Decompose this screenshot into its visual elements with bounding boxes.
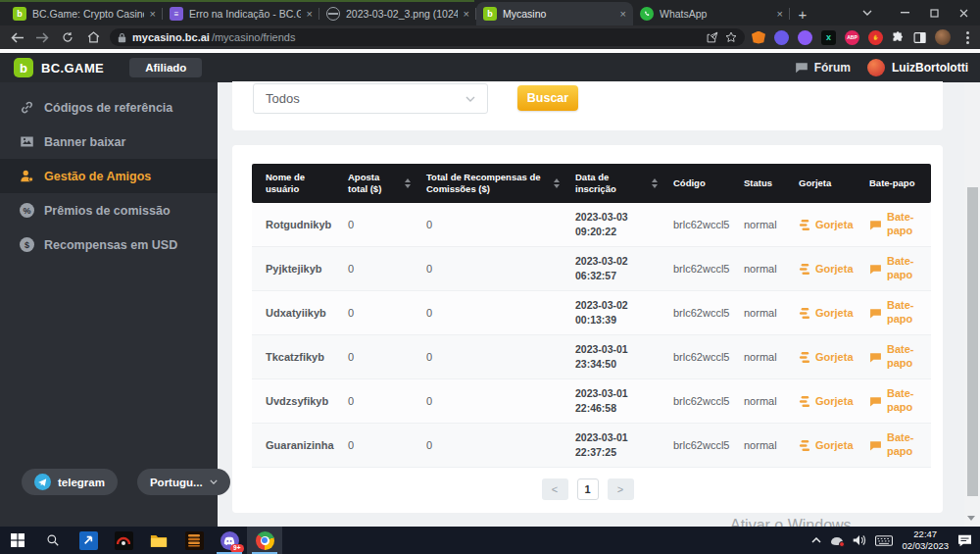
table-row: Pyjktejikyb 0 0 2023-03-0206:32:57 brlc6…: [252, 247, 931, 291]
chat-link[interactable]: Bate-papo: [869, 431, 931, 459]
cell-username: Guaranizinha: [252, 439, 338, 451]
window-maximize-button[interactable]: [919, 0, 949, 25]
header-username[interactable]: LuizBortolotti: [892, 61, 968, 75]
tab-close-icon[interactable]: ×: [307, 8, 313, 20]
forum-chat-icon: [795, 62, 808, 74]
chat-bubble-icon: [869, 440, 882, 451]
tab-erro-indicacao[interactable]: ≡ Erro na Indicação - BC.Game ×: [163, 2, 319, 25]
taskbar-search-button[interactable]: [35, 527, 71, 554]
telegram-icon: [34, 474, 51, 490]
taskbar-file-explorer[interactable]: [141, 527, 176, 554]
next-page-button[interactable]: >: [608, 478, 634, 500]
chat-link[interactable]: Bate-papo: [869, 211, 931, 238]
bcgame-logo-icon[interactable]: b: [14, 58, 33, 77]
taskbar-app-remote[interactable]: [71, 527, 106, 554]
sidebar-item-commission-prizes[interactable]: % Prêmios de comissão: [0, 193, 218, 227]
metamask-icon[interactable]: [752, 31, 765, 44]
x-extension-icon[interactable]: x: [821, 30, 836, 45]
chrome-menu-icon[interactable]: [955, 27, 980, 47]
cell-rewards: 0: [416, 439, 548, 451]
forward-icon[interactable]: [29, 27, 55, 47]
scrollbar-track[interactable]: [964, 82, 980, 527]
affiliate-badge[interactable]: Afiliado: [129, 58, 202, 77]
share-icon[interactable]: [707, 31, 719, 43]
telegram-button[interactable]: telegram: [22, 469, 118, 495]
tab-search-chevron-icon[interactable]: [853, 0, 882, 25]
adblock-plus-icon[interactable]: ABP: [845, 30, 859, 45]
start-button[interactable]: [0, 527, 35, 554]
tab-bcgame-casino[interactable]: b BC.Game: Crypto Casino Gan ×: [6, 2, 163, 25]
cell-bet: 0: [338, 395, 399, 407]
browser-tab-strip: b BC.Game: Crypto Casino Gan × ≡ Erro na…: [0, 0, 980, 25]
user-avatar[interactable]: [867, 59, 885, 76]
sidebar-item-usd-rewards[interactable]: $ Recompensas em USD: [0, 227, 218, 262]
tip-link[interactable]: Gorjeta: [799, 263, 859, 275]
back-icon[interactable]: [4, 27, 29, 47]
filter-selected-value: Todos: [266, 91, 300, 106]
taskbar-app-game[interactable]: [106, 527, 141, 554]
tray-chevron-up-icon[interactable]: [811, 537, 821, 543]
scrollbar-thumb[interactable]: [967, 187, 978, 496]
tab-close-icon[interactable]: ×: [777, 8, 783, 20]
forum-link[interactable]: Fórum: [795, 61, 851, 75]
sort-icon[interactable]: [399, 178, 416, 188]
chat-link[interactable]: Bate-papo: [869, 255, 931, 282]
cell-rewards: 0: [416, 395, 548, 407]
sort-icon[interactable]: [646, 178, 663, 188]
cell-date: 2023-03-0122:37:25: [565, 430, 646, 459]
purple-extension-icon[interactable]: [798, 30, 812, 45]
tab-close-icon[interactable]: ×: [620, 8, 626, 20]
tip-link[interactable]: Gorjeta: [799, 439, 859, 451]
tip-link[interactable]: Gorjeta: [799, 307, 859, 319]
filter-dropdown[interactable]: Todos: [253, 83, 488, 114]
wallet-extension-icon[interactable]: [774, 30, 789, 45]
blocker-extension-icon[interactable]: ✋: [868, 30, 883, 45]
puzzle-extensions-icon[interactable]: [892, 31, 905, 44]
chat-link[interactable]: Bate-papo: [869, 299, 931, 327]
window-close-button[interactable]: [949, 0, 978, 25]
language-selector[interactable]: Portugu...: [137, 469, 230, 495]
game-app-icon: [115, 531, 133, 550]
dollar-icon: $: [20, 237, 34, 252]
search-button[interactable]: Buscar: [517, 85, 578, 111]
tab-whatsapp[interactable]: WhatsApp ×: [633, 2, 790, 25]
home-icon[interactable]: [80, 27, 106, 47]
side-panel-icon[interactable]: [913, 31, 926, 44]
current-page[interactable]: 1: [577, 478, 599, 500]
window-minimize-button[interactable]: [890, 0, 919, 25]
keyboard-icon[interactable]: [875, 535, 893, 546]
sort-icon[interactable]: [548, 178, 565, 188]
bookmark-star-icon[interactable]: [725, 31, 737, 43]
tray-app-icon[interactable]: [830, 535, 844, 546]
volume-icon[interactable]: [853, 534, 866, 546]
chat-link[interactable]: Bate-papo: [869, 343, 931, 371]
tab-mycasino-active[interactable]: b Mycasino ×: [476, 2, 633, 25]
prev-page-button[interactable]: <: [542, 478, 568, 500]
reload-icon[interactable]: [55, 27, 80, 47]
scrollbar-down-arrow[interactable]: [967, 516, 975, 521]
sidebar-item-friends-management[interactable]: Gestão de Amigos: [0, 159, 218, 193]
sidebar-item-referral-codes[interactable]: Códigos de referência: [0, 90, 218, 125]
new-tab-button[interactable]: +: [790, 2, 815, 25]
action-center-icon[interactable]: [957, 534, 972, 547]
tip-link[interactable]: Gorjeta: [799, 219, 859, 230]
address-bar[interactable]: mycasino.bc.ai/mycasino/friends: [110, 28, 745, 46]
col-code: Código: [663, 177, 734, 189]
tab-close-icon[interactable]: ×: [150, 8, 156, 20]
tab-close-icon[interactable]: ×: [464, 8, 469, 20]
taskbar-clock[interactable]: 22:47 02/03/2023: [902, 529, 949, 552]
profile-avatar[interactable]: [935, 29, 951, 45]
taskbar-app-stack[interactable]: [176, 527, 212, 554]
taskbar-chrome[interactable]: [247, 527, 282, 554]
taskbar-discord[interactable]: 9+: [212, 527, 247, 554]
sidebar-item-label: Prêmios de comissão: [44, 204, 171, 218]
sidebar-item-label: Banner baixar: [44, 135, 125, 149]
table-row: Rotgudnikyb 0 0 2023-03-0309:20:22 brlc6…: [252, 203, 931, 247]
whatsapp-favicon-icon: [640, 7, 654, 21]
tip-link[interactable]: Gorjeta: [799, 395, 859, 407]
tip-link[interactable]: Gorjeta: [799, 351, 859, 363]
tab-png-image[interactable]: 2023-03-02_3.png (1024×76 ×: [319, 2, 476, 25]
table-header: Nome de usuário Aposta total ($) Total d…: [252, 164, 931, 203]
sidebar-item-banner-download[interactable]: Banner baixar: [0, 125, 218, 159]
chat-link[interactable]: Bate-papo: [869, 387, 931, 415]
